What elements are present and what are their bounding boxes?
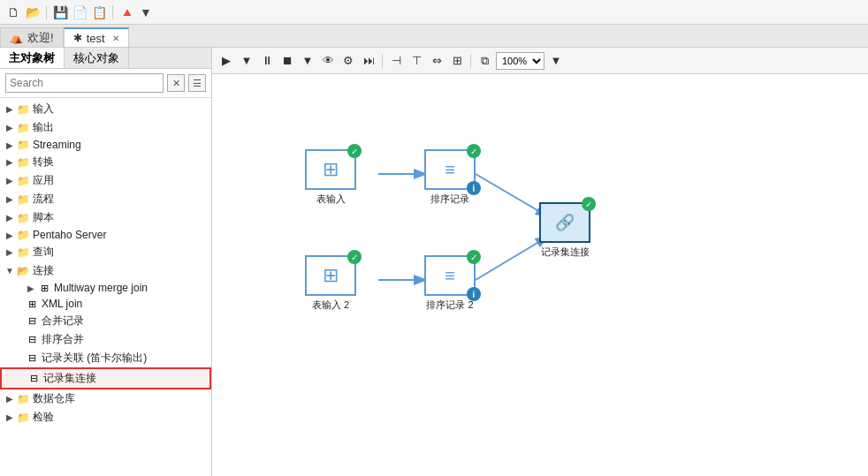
tab-core-objects[interactable]: 核心对象 [65,48,129,68]
folder-icon-connect: 📂 [16,265,30,277]
left-panel: 主对象树 核心对象 ✕ ☰ ▶ 📁 输入 ▶ 📁 输出 [0,48,212,476]
run-dropdown-icon[interactable]: ▼ [238,52,255,70]
tree-label-merge-records: 合并记录 [42,314,84,329]
node-status-sort-2: ✓ [467,250,481,264]
node-status-sort-1: ✓ [467,144,481,158]
tree-item-xmljoin[interactable]: ⊞ XML join [0,296,211,312]
tree-arrow-apply: ▶ [4,175,16,187]
new-file-icon[interactable]: 🗋 [5,4,21,20]
zoom-select[interactable]: 100% 50% 75% 125% 150% 200% [496,52,544,70]
tree-item-query[interactable]: ▶ 📁 查询 [0,243,211,261]
folder-icon-input: 📁 [16,103,30,116]
tree-label-query: 查询 [33,245,54,260]
preview-icon[interactable]: 👁 [319,52,337,70]
item-icon-xmljoin: ⊞ [25,298,39,310]
tree-item-pentaho-server[interactable]: ▶ 📁 Pentaho Server [0,227,211,243]
tree-label-test: 检验 [33,410,54,425]
distribute-icon[interactable]: ⇔ [428,52,445,70]
canvas-sep-1 [382,54,383,68]
savemulti-icon[interactable]: 📋 [91,4,107,20]
tree-item-transform[interactable]: ▶ 📁 转换 [0,153,211,171]
item-icon-sort-merge: ⊟ [25,334,39,346]
tree-label-transform: 转换 [33,155,54,170]
tree-item-record-link[interactable]: ⊟ 记录关联 (笛卡尔输出) [0,349,211,367]
saveas-icon[interactable]: 📄 [72,4,88,20]
svg-line-3 [476,238,546,280]
tab-test[interactable]: ✱ test ✕ [64,27,129,47]
tree-label-multiway: Multiway merge join [54,282,148,294]
tree-arrow-connect: ▼ [4,265,16,277]
node-label-sort-2: 排序记录 2 [426,298,473,312]
node-box-table-input-1: ✓ ⊞ [305,149,356,190]
right-panel: ▶ ▼ ⏸ ⏹ ▼ 👁 ⚙ ⏭ ⊣ ⊤ ⇔ ⊞ ⧉ 100% 50% 75% 1… [212,48,868,476]
zoom-dropdown-icon[interactable]: ▼ [547,52,565,70]
tree-arrow-dw: ▶ [4,393,16,405]
tree-item-apply[interactable]: ▶ 📁 应用 [0,171,211,190]
node-sort-records-1[interactable]: ✓ i ≡ 排序记录 [424,149,476,206]
node-info-sort-1: i [467,181,481,195]
tab-test-close[interactable]: ✕ [112,34,119,43]
tree-item-streaming[interactable]: ▶ 📁 Streaming [0,137,211,153]
tree-item-connect[interactable]: ▼ 📂 连接 [0,261,211,280]
pause-icon[interactable]: ⏸ [258,52,276,70]
align-icon2[interactable]: ⊤ [407,52,425,70]
left-panel-tabs: 主对象树 核心对象 [0,48,211,69]
tab-main-objects[interactable]: 主对象树 [0,48,65,68]
step-icon[interactable]: ⏭ [360,52,377,70]
canvas-toolbar: ▶ ▼ ⏸ ⏹ ▼ 👁 ⚙ ⏭ ⊣ ⊤ ⇔ ⊞ ⧉ 100% 50% 75% 1… [212,48,868,74]
top-toolbar: 🗋 📂 💾 📄 📋 🔺 ▼ [0,0,868,25]
search-options-button[interactable]: ☰ [188,74,206,92]
clear-search-button[interactable]: ✕ [167,74,185,92]
tree-label-connect: 连接 [33,263,54,278]
tree-item-test-node[interactable]: ▶ 📁 检验 [0,408,211,427]
tree-label-dw: 数据仓库 [33,391,75,406]
node-status-table-input-1: ✓ [347,144,362,158]
tree-arrow-output: ▶ [4,122,16,134]
test-tab-icon: ✱ [73,32,82,44]
main-tab-bar: ⛺ 欢迎! ✱ test ✕ [0,25,868,48]
tree-label-input: 输入 [33,102,54,117]
tree-item-merge-records[interactable]: ⊟ 合并记录 [0,312,211,330]
tree-item-record-join[interactable]: ⊟ 记录集连接 [0,367,211,389]
run-icon[interactable]: ▶ [217,52,235,70]
publish-icon[interactable]: 🔺 [118,4,134,20]
tab-welcome-label: 欢迎! [27,30,54,46]
stop-dropdown-icon[interactable]: ▼ [299,52,316,70]
node-info-sort-2: i [467,287,481,301]
main-objects-label: 主对象树 [9,50,55,66]
save-icon[interactable]: 💾 [52,4,68,20]
canvas-area[interactable]: ✓ ⊞ 表输入 ✓ i ≡ 排序记录 ✓ 🔗 记录集 [212,74,868,476]
tree-item-output[interactable]: ▶ 📁 输出 [0,118,211,137]
tree-item-script[interactable]: ▶ 📁 脚本 [0,208,211,227]
folder-icon-apply: 📁 [16,175,30,187]
search-input[interactable] [5,73,164,93]
welcome-tab-icon: ⛺ [10,32,23,44]
tree-item-multiway[interactable]: ▶ ⊞ Multiway merge join [0,280,211,296]
stop-icon[interactable]: ⏹ [278,52,296,70]
copy-icon[interactable]: ⧉ [476,52,493,70]
node-label-sort-1: 排序记录 [430,193,469,206]
tree-item-data-warehouse[interactable]: ▶ 📁 数据仓库 [0,389,211,408]
tree-arrow-test: ▶ [4,412,16,424]
debug-icon[interactable]: ⚙ [339,52,357,70]
align-left-icon[interactable]: ⊣ [387,52,405,70]
tab-welcome[interactable]: ⛺ 欢迎! [0,27,64,47]
main-layout: 主对象树 核心对象 ✕ ☰ ▶ 📁 输入 ▶ 📁 输出 [0,48,868,476]
node-table-input-1[interactable]: ✓ ⊞ 表输入 [305,149,356,206]
sort-2-icon: ≡ [445,266,455,286]
tree-item-sort-merge[interactable]: ⊟ 排序合并 [0,330,211,349]
snap-icon[interactable]: ⊞ [448,52,466,70]
tree-item-flow[interactable]: ▶ 📁 流程 [0,190,211,208]
tree-arrow-input: ▶ [4,103,16,116]
search-bar: ✕ ☰ [0,69,211,98]
dropdown-icon[interactable]: ▼ [138,4,154,20]
record-join-icon: 🔗 [555,213,575,232]
open-file-icon[interactable]: 📂 [25,4,41,20]
node-sort-records-2[interactable]: ✓ i ≡ 排序记录 2 [424,255,476,312]
node-table-input-2[interactable]: ✓ ⊞ 表输入 2 [305,255,356,312]
folder-icon-script: 📁 [16,212,30,224]
tree-item-input[interactable]: ▶ 📁 输入 [0,100,211,118]
folder-icon-test: 📁 [16,412,30,424]
tree-label-streaming: Streaming [33,139,81,151]
node-record-join[interactable]: ✓ 🔗 记录集连接 [539,202,590,259]
